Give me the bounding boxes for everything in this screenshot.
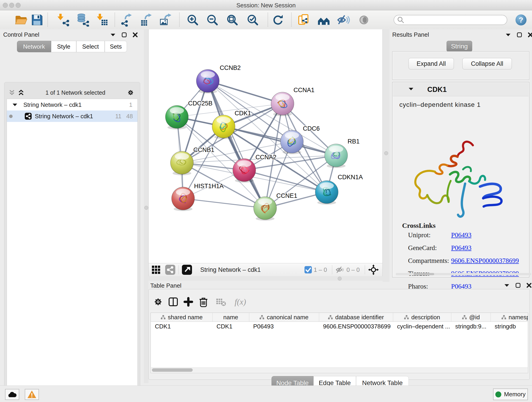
node-cdkn1a[interactable] [315,181,338,205]
hidden-eye-icon[interactable] [336,266,345,274]
grid-view-icon[interactable] [151,265,161,275]
panel-close-icon[interactable] [528,32,532,38]
import-table-button[interactable] [95,13,109,27]
show-all-nodes-button[interactable] [317,13,331,27]
table-hscrollbar[interactable] [151,367,528,373]
export-image-button[interactable] [159,13,172,27]
panel-float-icon[interactable] [515,283,521,288]
tab-network[interactable]: Network [17,41,51,52]
table-cell[interactable]: CDK1 [151,322,212,331]
tab-select[interactable]: Select [76,41,105,52]
expand-all-button[interactable]: Expand All [409,58,454,70]
table-cell[interactable]: stringdb [491,322,528,331]
table-cell[interactable]: P06493 [249,322,319,331]
node-ccna1[interactable] [271,92,294,116]
column-header-name[interactable]: name [212,313,249,322]
table-cell[interactable]: stringdb:9... [451,322,491,331]
gene-group-header[interactable]: CDK1 [393,83,529,96]
table-options-button[interactable] [152,296,164,307]
panel-float-icon[interactable] [121,32,127,38]
open-session-button[interactable] [14,13,28,27]
export-table-button[interactable] [139,13,153,27]
column-header-description[interactable]: description [393,313,451,322]
left-splitter-handle[interactable] [144,206,148,210]
cloud-status-button[interactable] [5,389,19,400]
zoom-selected-button[interactable] [246,13,260,27]
node-cdc25b[interactable] [165,105,188,129]
column-header-namespace[interactable]: namespace [491,313,528,322]
detach-view-icon[interactable] [182,265,192,275]
gene-description: cyclin–dependent kinase 1 [399,101,481,108]
node-cdc6[interactable] [280,130,303,154]
network-graph[interactable]: CCNB2CCNA1CDC25BCDK1CDC6RB1CCNB1CCNA2CDK… [149,29,382,263]
column-header-canonical-name[interactable]: canonical name [249,313,319,322]
show-columns-button[interactable] [167,296,179,307]
node-table[interactable]: shared namename canonical name database … [151,313,528,373]
show-hidden-button[interactable] [357,13,371,27]
crosslink-link[interactable]: 9606.ENSP00000378699 [451,257,519,264]
bottom-splitter-handle[interactable] [338,277,342,281]
column-header--id[interactable]: @id [451,313,491,322]
tree-expand-icon[interactable] [12,103,18,107]
tab-style[interactable]: Style [51,41,76,52]
string-view-icon[interactable] [165,265,175,275]
right-splitter-handle[interactable] [384,151,388,155]
panel-menu-icon[interactable] [504,283,510,287]
bottom-splitter[interactable] [148,276,383,281]
table-cell[interactable]: 9606.ENSP00000378699 [319,322,393,331]
column-label: shared name [168,314,203,321]
zoom-in-button[interactable] [186,13,200,27]
export-network-button[interactable] [120,13,134,27]
delete-column-button[interactable] [198,296,209,307]
zoom-out-button[interactable] [206,13,219,27]
node-cdk1[interactable] [212,115,235,139]
node-rb1[interactable] [325,144,348,168]
add-column-button[interactable] [183,296,194,307]
panel-float-icon[interactable] [517,32,522,38]
zoom-fit-button[interactable] [225,13,239,27]
crosslink-link[interactable]: P06493 [451,231,472,239]
collapse-all-icon[interactable] [9,89,15,96]
collapse-all-button[interactable]: Collapse All [462,58,512,70]
table-cell[interactable]: CDK1 [212,322,249,331]
network-canvas[interactable]: CCNB2CCNA1CDC25BCDK1CDC6RB1CCNB1CCNA2CDK… [148,29,383,263]
column-header-database-identifier[interactable]: database identifier [319,313,393,322]
tab-string[interactable]: String [447,41,472,52]
navigate-crosshair-icon[interactable] [368,264,379,275]
expand-all-icon[interactable] [18,89,24,96]
search-input[interactable] [405,17,502,23]
network-row[interactable]: String Network – cdk1 11 48 [7,110,138,122]
edge[interactable] [208,81,283,104]
results-hscrollbar[interactable] [396,273,531,275]
warnings-button[interactable] [25,389,39,400]
node-ccnb1[interactable] [171,151,193,175]
help-button[interactable]: ? [514,13,528,27]
import-network-button[interactable] [56,13,70,27]
selected-checkbox[interactable] [304,266,312,274]
panel-close-icon[interactable] [133,32,138,38]
edge[interactable] [183,198,265,208]
apply-layout-button[interactable] [271,13,285,27]
crosslink-link[interactable]: P06493 [451,244,472,252]
table-cell[interactable]: cyclin–dependent ... [393,322,451,331]
save-session-button[interactable] [30,13,44,27]
hide-selected-button[interactable] [336,13,350,27]
memory-button[interactable]: Memory [493,389,528,400]
column-header-shared-name[interactable]: shared name [151,313,213,322]
panel-close-icon[interactable] [526,283,532,288]
network-collection-row[interactable]: String Network – cdk1 1 [7,99,138,110]
tab-sets[interactable]: Sets [105,41,127,52]
node-hist1h1a[interactable] [172,187,195,211]
collapse-gene-icon[interactable] [408,87,414,91]
right-splitter[interactable] [383,29,389,282]
left-splitter[interactable] [144,29,148,383]
gear-icon[interactable] [127,89,134,96]
search-box[interactable] [394,15,507,25]
import-from-database-button[interactable] [76,13,89,27]
copy-style-button[interactable] [297,13,310,27]
panel-menu-icon[interactable] [110,33,116,37]
results-hscroll-thumb[interactable] [413,273,434,275]
node-ccne1[interactable] [254,197,277,221]
table-hscroll-thumb[interactable] [152,368,193,372]
panel-menu-icon[interactable] [505,33,511,37]
